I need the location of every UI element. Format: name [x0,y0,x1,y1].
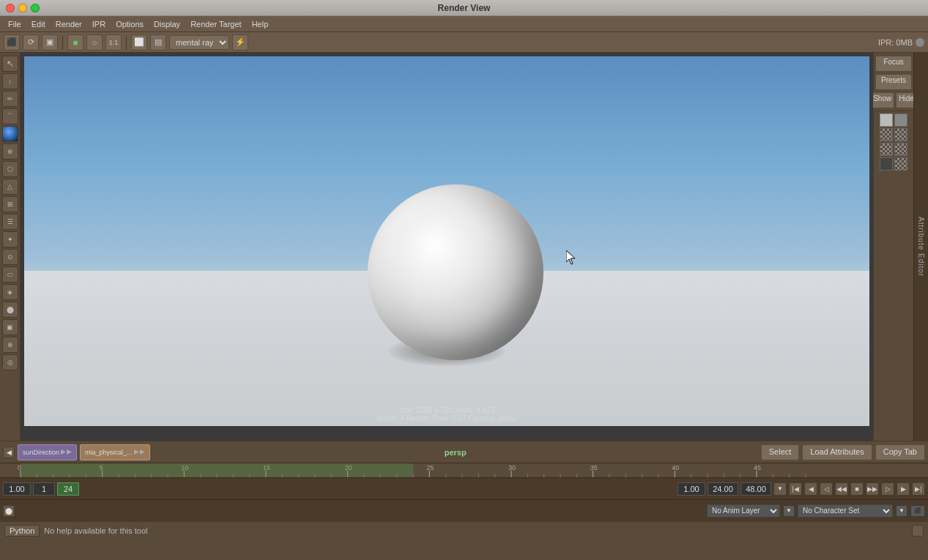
presets-button[interactable]: Presets [875,74,912,90]
tool-move[interactable]: ↕ [2,73,18,89]
timeline-left-btn[interactable]: ◀ [3,447,15,458]
toolbar-icon-btn-5[interactable]: ○ [86,34,103,51]
timeline-node-mia[interactable]: mia_physical_... [80,444,150,460]
show-button[interactable]: Show [870,92,894,108]
swatch-1[interactable] [880,113,893,127]
status-message: No help available for this tool [44,526,147,535]
tool-select[interactable]: ↖ [2,56,18,72]
tool-14[interactable]: ⬤ [2,302,18,318]
toolbar-right: IPR: 0MB [878,38,924,47]
menu-render[interactable]: Render [51,18,86,30]
menu-ipr[interactable]: IPR [88,18,110,30]
close-button[interactable] [6,4,15,12]
prev-key-btn[interactable]: ◁ [820,482,833,496]
timeline-node-sun[interactable]: sunDirection [18,444,77,460]
anim-layer-arrow[interactable]: ▼ [783,505,795,517]
swatch-4[interactable] [894,128,907,141]
range-end-field[interactable] [740,482,771,496]
play-fwd-btn[interactable]: ▶▶ [866,482,879,496]
tool-10[interactable]: ✦ [2,231,18,247]
maximize-button[interactable] [31,4,40,12]
tool-lasso[interactable]: ⌒ [2,108,18,124]
cursor [566,250,575,264]
range-start-field[interactable] [708,482,738,496]
play-btn-2[interactable] [67,449,72,455]
next-key-btn[interactable]: ▷ [881,482,894,496]
swatch-6[interactable] [894,143,907,156]
status-end-btn[interactable] [912,525,924,537]
swatch-8[interactable] [894,157,907,171]
attr-editor-panel: Attribute Editor [913,53,928,441]
menu-render-target[interactable]: Render Target [186,18,246,30]
toolbar-icon-btn-6[interactable]: ⬜ [131,34,147,51]
select-button[interactable]: Select [761,444,800,460]
toolbar-ratio-btn[interactable]: 1:1 [105,34,122,51]
play-btn-3[interactable] [134,449,139,455]
toolbar-render-btn[interactable]: ⚡ [232,34,248,51]
tool-8[interactable]: ⊞ [2,196,18,212]
play-btn-4[interactable] [140,449,145,455]
menu-options[interactable]: Options [111,18,148,30]
stop-btn[interactable]: ■ [850,482,864,496]
tool-6[interactable]: ⬡ [2,161,18,177]
tool-9[interactable]: ☰ [2,214,18,230]
char-set-dropdown[interactable]: No Character Set [798,504,893,518]
play-back-btn[interactable]: ◀◀ [835,482,848,496]
menu-edit[interactable]: Edit [27,18,50,30]
char-set-arrow[interactable]: ▼ [896,505,907,517]
main-toolbar: ⬛ ⟳ ▣ ■ ○ 1:1 ⬜ ▤ mental ray ⚡ IPR: 0MB [0,32,928,53]
tool-12[interactable]: ⬭ [2,266,18,283]
copy-tab-button[interactable]: Copy Tab [875,444,925,460]
tool-11[interactable]: ⊙ [2,249,18,265]
swatch-7[interactable] [880,157,893,171]
load-attributes-button[interactable]: Load Attributes [802,444,872,460]
tool-15[interactable]: ▣ [2,319,18,335]
python-mode-btn[interactable]: Python [4,525,40,537]
tool-paint[interactable]: ✏ [2,91,18,107]
content-row: ↖ ↕ ✏ ⌒ ⊕ ⬡ △ ⊞ ☰ ✦ ⊙ ⬭ ◈ ⬤ ▣ ⊗ ◎ [0,53,928,441]
focus-button[interactable]: Focus [875,56,912,72]
go-end-btn[interactable]: ▶| [912,482,925,496]
toolbar-icon-btn-4[interactable]: ■ [67,34,83,51]
menu-help[interactable]: Help [248,18,273,30]
go-start-btn[interactable]: |◀ [789,482,802,496]
menu-file[interactable]: File [4,18,26,30]
step-back-btn[interactable]: ◀ [804,482,817,496]
tool-orb[interactable] [2,126,18,142]
tool-16[interactable]: ⊗ [2,337,18,353]
dropdown-arrow[interactable]: ▼ [773,482,787,496]
ruler-canvas[interactable] [0,463,928,477]
anim-layer-dropdown[interactable]: No Anim Layer [707,504,780,518]
play-btn[interactable] [61,449,66,455]
renderer-dropdown[interactable]: mental ray [169,35,229,50]
swatch-2[interactable] [894,113,907,127]
toolbar-icon-btn-1[interactable]: ⬛ [4,34,20,51]
char-set-extra[interactable]: ⬛ [910,505,925,517]
menu-display[interactable]: Display [149,18,185,30]
swatch-3[interactable] [880,128,893,141]
tool-7[interactable]: △ [2,179,18,195]
ruler-area[interactable] [0,463,928,477]
toolbar-sep-2 [126,35,127,50]
time-start-field[interactable] [3,482,31,496]
transport-area: 24 ▼ |◀ ◀ ◁ ◀◀ ■ ▶▶ ▷ ▶ ▶| [0,477,928,499]
sphere-container [368,184,543,360]
window-title: Render View [438,3,491,13]
time-end-field[interactable] [678,482,705,496]
current-frame-field[interactable] [33,482,55,496]
toolbar-icon-btn-2[interactable]: ⟳ [23,34,39,51]
frame-indicator[interactable]: 24 [57,482,79,496]
tool-13[interactable]: ◈ [2,284,18,300]
tool-5[interactable]: ⊕ [2,143,18,160]
show-hide-row: Show Hide [870,92,917,108]
step-fwd-btn[interactable]: ▶ [897,482,910,496]
render-viewport[interactable]: size: 1280 x 720 zoom: 0.823 render 4 Re… [21,53,873,441]
render-status: size: 1280 x 720 zoom: 0.823 render 4 Re… [376,406,516,422]
minimize-button[interactable] [18,4,27,12]
toolbar-icon-btn-3[interactable]: ▣ [42,34,58,51]
toolbar-icon-btn-7[interactable]: ▤ [150,34,166,51]
tool-17[interactable]: ◎ [2,354,18,370]
persp-label: persp [445,448,467,457]
bottom-left-btn[interactable]: ⬤ [3,505,15,517]
swatch-5[interactable] [880,143,893,156]
